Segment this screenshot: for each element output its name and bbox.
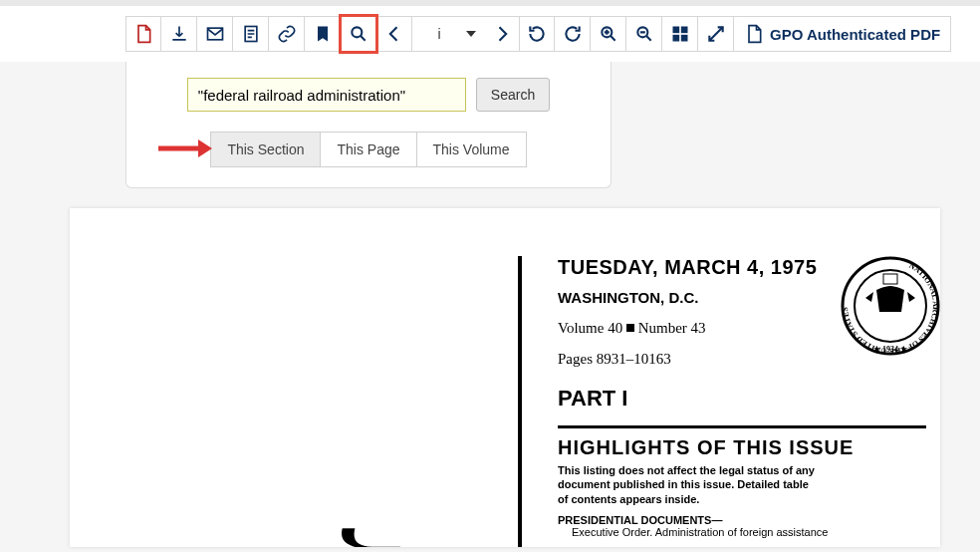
svg-rect-15 [883, 274, 897, 284]
vertical-rule [518, 256, 522, 547]
highlights-description: This listing does not affect the legal s… [558, 463, 817, 506]
svg-point-2 [352, 27, 362, 37]
doc-part: PART I [558, 386, 940, 412]
toolbar: i GPO Authenticated PDF [0, 6, 980, 62]
search-scope-tabs: This Section This Page This Volume [210, 132, 526, 167]
search-panel: Search This Section This Page This Volum… [125, 62, 612, 188]
horizontal-rule [558, 425, 926, 428]
zoom-out-icon-button[interactable] [626, 16, 662, 52]
link-icon-button[interactable] [269, 16, 305, 52]
email-icon-button[interactable] [197, 16, 233, 52]
fullscreen-icon-button[interactable] [698, 16, 734, 52]
grid-view-icon-button[interactable] [662, 16, 698, 52]
svg-rect-7 [672, 35, 679, 42]
scope-this-section[interactable]: This Section [210, 132, 321, 167]
highlights-heading: HIGHLIGHTS OF THIS ISSUE [558, 436, 940, 459]
svg-marker-10 [198, 139, 212, 157]
search-button[interactable]: Search [476, 78, 550, 112]
svg-rect-8 [680, 35, 687, 42]
presidential-documents-line: Executive Order. Administration of forei… [572, 526, 940, 538]
national-archives-seal-icon: NATIONAL ARCHIVES OF THE UNITED STATES ★… [841, 256, 940, 356]
bookmark-icon-button[interactable] [305, 16, 341, 52]
prev-page-button[interactable] [376, 16, 412, 52]
page-number-select[interactable]: i [412, 16, 484, 52]
search-input[interactable] [187, 78, 466, 112]
pdf-icon-button[interactable] [125, 16, 161, 52]
svg-text:★ 1934 ★: ★ 1934 ★ [873, 345, 908, 354]
svg-rect-5 [672, 27, 679, 34]
presidential-documents-heading: PRESIDENTIAL DOCUMENTS— [558, 514, 940, 526]
document-page-viewer[interactable]: ister NATIONAL ARCHIVES OF THE UNITED ST… [70, 208, 940, 547]
scope-this-page[interactable]: This Page [321, 132, 416, 167]
search-icon-button[interactable] [341, 16, 376, 52]
masthead-fragment: ister [319, 535, 406, 547]
download-icon-button[interactable] [161, 16, 197, 52]
rotate-left-icon-button[interactable] [519, 16, 555, 52]
gpo-authenticated-pdf-button[interactable]: GPO Authenticated PDF [734, 16, 951, 52]
svg-rect-6 [680, 27, 687, 34]
zoom-in-icon-button[interactable] [591, 16, 626, 52]
scope-this-volume[interactable]: This Volume [417, 132, 527, 167]
document-details-icon-button[interactable] [233, 16, 269, 52]
annotation-arrow-icon [158, 138, 212, 159]
next-page-button[interactable] [484, 16, 520, 52]
rotate-right-icon-button[interactable] [555, 16, 591, 52]
gpo-label: GPO Authenticated PDF [770, 26, 940, 43]
